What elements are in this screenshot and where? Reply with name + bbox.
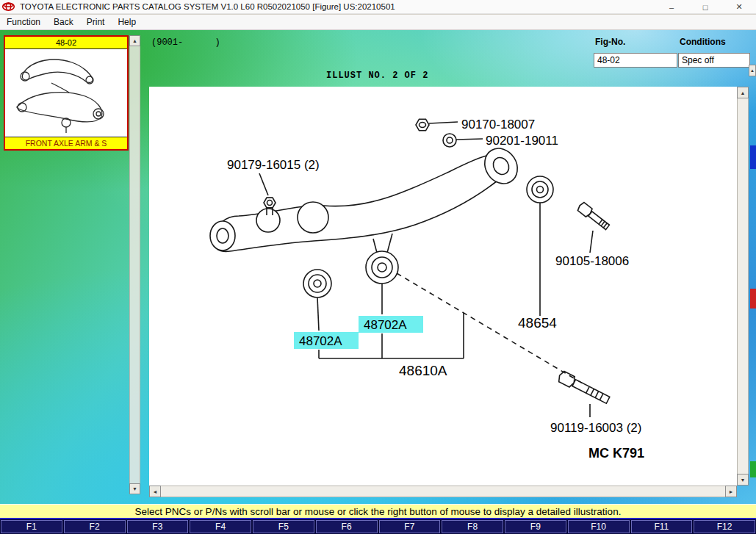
canvas-scroll-down-button[interactable]: ▼ xyxy=(737,474,749,486)
f2-key-button[interactable]: F2 xyxy=(64,520,126,533)
scroll-left-icon: ◄ xyxy=(153,489,158,494)
canvas-scroll-left-button[interactable]: ◄ xyxy=(149,486,161,497)
toyota-logo-icon xyxy=(2,1,17,12)
f4-key-button[interactable]: F4 xyxy=(190,520,251,533)
thumbnail-caption: FRONT AXLE ARM & S xyxy=(5,137,127,149)
menu-bar: Function Back Print Help xyxy=(0,15,756,30)
window-title: TOYOTA ELECTRONIC PARTS CATALOG SYSTEM V… xyxy=(20,2,395,11)
f12-key-button[interactable]: F12 xyxy=(694,520,755,533)
menu-print[interactable]: Print xyxy=(80,15,112,29)
canvas-scroll-up-button[interactable]: ▲ xyxy=(737,87,749,98)
canvas-scroll-right-button[interactable]: ► xyxy=(725,486,737,497)
sidebar-scrollbar[interactable] xyxy=(129,35,140,494)
scroll-up-icon: ▲ xyxy=(741,90,746,95)
thumbnail-illustration xyxy=(5,49,127,137)
bolt-bottom-part[interactable] xyxy=(557,370,611,405)
f7-key-button[interactable]: F7 xyxy=(379,520,441,533)
bolt-right-part[interactable] xyxy=(577,201,611,231)
f3-key-button[interactable]: F3 xyxy=(127,520,189,533)
illustration-canvas[interactable]: 90170-18007 90201-19011 90179-16015 (2) … xyxy=(149,87,737,486)
scroll-up-icon: ▲ xyxy=(132,38,137,43)
part-label-bolt-right[interactable]: 90105-18006 xyxy=(555,254,629,268)
canvas-horizontal-scrollbar[interactable] xyxy=(149,486,737,497)
f1-key-button[interactable]: F1 xyxy=(1,520,62,533)
f5-key-button[interactable]: F5 xyxy=(253,520,314,533)
minimize-icon: – xyxy=(669,3,674,12)
minimize-button[interactable]: – xyxy=(655,0,688,14)
caption-buttons: – □ ✕ xyxy=(655,0,756,14)
fig-no-input[interactable] xyxy=(594,53,677,68)
scroll-up-icon: ▲ xyxy=(750,68,755,73)
function-key-bar: F1 F2 F3 F4 F5 F6 F7 F8 F9 F10 F11 F12 xyxy=(0,518,756,534)
drawing-code-label: MC K791 xyxy=(588,446,644,461)
f11-key-button[interactable]: F11 xyxy=(631,520,693,533)
menu-help[interactable]: Help xyxy=(111,15,143,29)
illust-number-text: ILLUST NO. 2 OF 2 xyxy=(326,71,428,81)
conditions-label: Conditions xyxy=(680,37,726,47)
part-label-bolt-bottom[interactable]: 90119-16003 (2) xyxy=(550,421,641,435)
parts-diagram: 90170-18007 90201-19011 90179-16015 (2) … xyxy=(149,87,737,486)
menu-back[interactable]: Back xyxy=(47,15,80,29)
maximize-button[interactable]: □ xyxy=(688,0,722,14)
bushing-right-part[interactable] xyxy=(527,176,553,203)
fig-no-label: Fig-No. xyxy=(595,37,625,47)
sidebar-scroll-down-button[interactable]: ▼ xyxy=(129,483,140,494)
sidebar-scroll-up-button[interactable]: ▲ xyxy=(129,35,140,46)
f6-key-button[interactable]: F6 xyxy=(316,520,378,533)
maximize-icon: □ xyxy=(703,3,708,12)
part-label-arm-assembly[interactable]: 48610A xyxy=(399,363,447,378)
menu-function[interactable]: Function xyxy=(0,15,47,29)
part-label-bushing-left[interactable]: 48702A xyxy=(299,334,342,348)
part-label-nut-top[interactable]: 90170-18007 xyxy=(461,118,535,131)
scroll-down-icon: ▼ xyxy=(741,477,746,483)
nut-top-part[interactable] xyxy=(416,119,429,131)
title-bar: TOYOTA ELECTRONIC PARTS CATALOG SYSTEM V… xyxy=(0,0,756,14)
part-label-nut-left[interactable]: 90179-16015 (2) xyxy=(227,158,320,172)
figure-thumbnail[interactable]: 48-02 FRONT AXLE ARM & S xyxy=(4,35,129,151)
thumbnail-fig-code: 48-02 xyxy=(5,37,127,49)
canvas-vertical-scrollbar[interactable] xyxy=(737,87,749,486)
edge-marker-blue xyxy=(750,145,756,169)
bushing-left-part[interactable] xyxy=(303,270,331,297)
f9-key-button[interactable]: F9 xyxy=(505,520,566,533)
edge-marker-red xyxy=(750,289,756,309)
application-window: TOYOTA ELECTRONIC PARTS CATALOG SYSTEM V… xyxy=(0,0,756,534)
close-icon: ✕ xyxy=(735,2,742,12)
part-label-bushing-right[interactable]: 48654 xyxy=(518,315,557,331)
close-button[interactable]: ✕ xyxy=(722,0,756,14)
part-label-washer[interactable]: 90201-19011 xyxy=(486,134,558,148)
washer-part[interactable] xyxy=(443,134,456,147)
scroll-right-icon: ► xyxy=(729,489,734,494)
status-bar: Select PNCs or P/Ns with scroll bar or m… xyxy=(0,504,756,518)
scroll-down-icon: ▼ xyxy=(132,486,137,491)
part-label-bushing-mid[interactable]: 48702A xyxy=(364,318,407,332)
status-message: Select PNCs or P/Ns with scroll bar or m… xyxy=(135,506,622,517)
f8-key-button[interactable]: F8 xyxy=(442,520,503,533)
f10-key-button[interactable]: F10 xyxy=(568,520,630,533)
conditions-input[interactable] xyxy=(678,53,750,68)
edge-marker-green xyxy=(750,461,756,477)
edge-scroll-up-button[interactable]: ▲ xyxy=(749,65,756,76)
model-range-text: (9001- ) xyxy=(151,37,220,48)
bushing-mid-part[interactable] xyxy=(366,251,398,284)
